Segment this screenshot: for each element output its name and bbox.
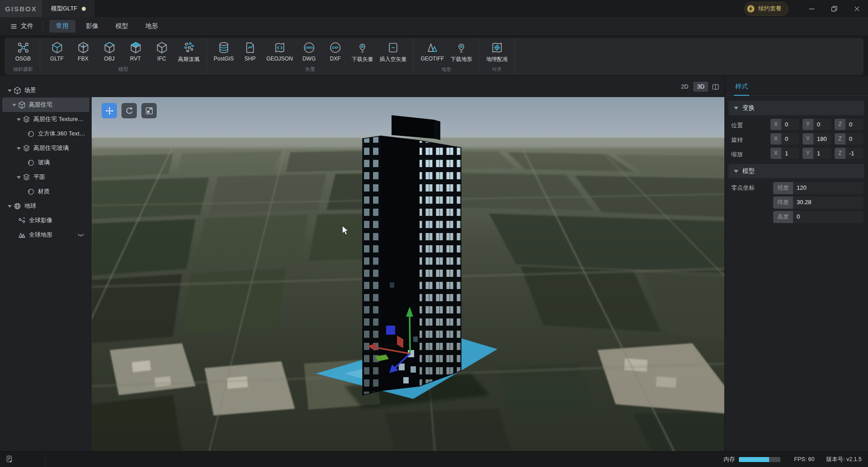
ribbon-btn-dwg[interactable]: DWGDWG (296, 41, 322, 62)
tree-node-scene[interactable]: 场景 (2, 83, 89, 98)
view-mode-3d[interactable]: 3D (693, 82, 708, 92)
ribbon-btn-osgb[interactable]: OSGB (10, 41, 36, 62)
view-mode-2d[interactable]: 2D (677, 82, 692, 92)
tree-node-building-glass[interactable]: 高层住宅玻璃 (2, 141, 89, 155)
renew-plan-button[interactable]: 续约套餐 (744, 2, 789, 16)
ribbon-group-label: 倾斜摄影 (10, 65, 36, 75)
ribbon-btn-label: PostGIS (214, 56, 234, 62)
view-mode-split-button[interactable] (709, 82, 721, 92)
axis-label: Y (803, 148, 813, 159)
drone-icon (17, 41, 30, 54)
ribbon-btn-download-terrain[interactable]: 下载地形 (447, 41, 475, 63)
building-model[interactable] (363, 115, 461, 395)
tree-node-global-terrain[interactable]: 全球地形 (2, 228, 89, 242)
rotation-y-field[interactable]: Y180 (803, 133, 831, 145)
scale-z-field[interactable]: Z-1 (835, 148, 863, 159)
ribbon-btn-insert-empty-vector[interactable]: 插入空矢量 (376, 41, 410, 63)
eye-closed-icon[interactable] (77, 231, 85, 239)
rotation-x-field[interactable]: X0 (770, 133, 799, 145)
ribbon-btn-shp[interactable]: SHP (237, 41, 263, 62)
inspector-tabs: 样式 (725, 76, 868, 96)
minimize-button[interactable] (800, 0, 823, 17)
ribbon-btn-dxf[interactable]: DXFDXF (322, 41, 348, 62)
axis-value: -1 (845, 148, 863, 159)
move-icon (105, 106, 114, 116)
position-y-field[interactable]: Y0 (803, 119, 831, 130)
position-x-field[interactable]: X0 (770, 119, 799, 130)
statusbar-right: 内存 FPS: 60 版本号: v2.1.5 (723, 456, 868, 463)
file-menu-button[interactable]: 文件 (7, 20, 36, 32)
ribbon-btn-label: DXF (330, 56, 341, 62)
ribbon-btn-label: SHP (244, 56, 256, 62)
section-header-model[interactable]: 模型 (728, 164, 864, 178)
tab-style[interactable]: 样式 (734, 83, 749, 96)
app-logo: GISBOX (0, 0, 42, 17)
view-mode-switch: 2D3D (677, 82, 721, 92)
expand-arrow-icon[interactable] (15, 118, 22, 121)
field-value: 120 (793, 182, 863, 194)
ribbon-btn-obj[interactable]: OBJ (96, 41, 122, 62)
ribbon-group-align: 地理配准对齐 (479, 38, 515, 75)
expand-arrow-icon[interactable] (6, 205, 13, 208)
axis-value: 180 (813, 133, 831, 145)
layers-icon (22, 115, 31, 124)
square-minus-icon (387, 41, 400, 54)
origin-coords-field[interactable]: 高度0 (773, 211, 863, 223)
axis-label: Y (803, 133, 813, 145)
axis-value: 0 (781, 119, 799, 130)
scale-tool-button[interactable] (141, 103, 157, 118)
tree-node-global-imagery[interactable]: 全球影像 (2, 213, 89, 228)
tree-node-glass[interactable]: 玻璃 (2, 155, 89, 170)
rotation-z-field[interactable]: Z0 (835, 133, 863, 145)
ribbon-btn-postgis[interactable]: PostGIS (210, 41, 237, 62)
tree-node-material[interactable]: 材质 (2, 184, 89, 199)
tree-node-building-texture[interactable]: 高层住宅 Texture… (2, 112, 89, 126)
tree-node-earth[interactable]: 地球 (2, 199, 89, 213)
statusbar-divider (45, 452, 46, 467)
minimize-icon (807, 5, 816, 13)
tree-node-plane[interactable]: 平面 (2, 170, 89, 184)
restore-button[interactable] (823, 0, 845, 17)
tree-node-cube-360-texture[interactable]: 立方体.360 Text… (2, 126, 89, 141)
ribbon-btn-label: OBJ (104, 56, 114, 62)
menu-tab-common[interactable]: 常用 (49, 20, 75, 33)
document-tab[interactable]: 模型GLTF (42, 0, 95, 17)
tree-node-building[interactable]: 高层住宅 (2, 98, 89, 112)
ribbon-btn-rvt[interactable]: RVT (122, 41, 149, 62)
cube-icon (13, 86, 22, 95)
ribbon-btn-download-vector[interactable]: 下载矢量 (348, 41, 376, 63)
menu-tab-imagery[interactable]: 影像 (79, 20, 105, 33)
expand-arrow-icon[interactable] (15, 147, 22, 150)
cube-gltf-icon (51, 41, 64, 54)
mountain-pair-icon (426, 41, 439, 54)
scale-x-field[interactable]: X1 (770, 148, 799, 159)
viewport: 2D3D (92, 76, 725, 452)
ribbon-btn-geojson[interactable]: GEOJSON (263, 41, 296, 62)
section-header-transform[interactable]: 变换 (728, 101, 864, 115)
ribbon-btn-fbx[interactable]: FBX (70, 41, 96, 62)
close-button[interactable] (845, 0, 868, 17)
menu-tab-terrain[interactable]: 地形 (139, 20, 165, 33)
rotate-icon (125, 106, 134, 116)
rotate-tool-button[interactable] (121, 103, 137, 118)
ribbon-btn-georeference[interactable]: 地理配准 (483, 41, 511, 63)
ribbon-btn-gaussian-splat[interactable]: 高斯泼溅 (175, 41, 203, 63)
console-icon[interactable] (5, 455, 14, 464)
svg-text:DWG: DWG (305, 46, 313, 50)
ribbon-btn-label: GLTF (50, 56, 64, 62)
ribbon-btn-geotiff[interactable]: GEOTIFF (417, 41, 447, 62)
expand-arrow-icon[interactable] (10, 103, 18, 107)
ribbon-btn-ifc[interactable]: IFC (149, 41, 175, 62)
origin-coords-field[interactable]: 纬度30.28 (773, 196, 863, 209)
expand-arrow-icon[interactable] (15, 176, 22, 179)
position-z-field[interactable]: Z0 (835, 119, 863, 130)
gisbox-app-window: GISBOX 模型GLTF 续约套餐 文件 常用 (0, 0, 868, 467)
renew-plan-label: 续约套餐 (758, 5, 782, 13)
expand-arrow-icon[interactable] (6, 89, 13, 92)
origin-coords-field[interactable]: 经度120 (773, 182, 863, 194)
ribbon-btn-gltf[interactable]: GLTF (44, 41, 70, 62)
viewport-scene[interactable] (92, 97, 725, 452)
scale-y-field[interactable]: Y1 (803, 148, 831, 159)
menu-tab-model[interactable]: 模型 (109, 20, 135, 33)
move-tool-button[interactable] (102, 103, 117, 118)
